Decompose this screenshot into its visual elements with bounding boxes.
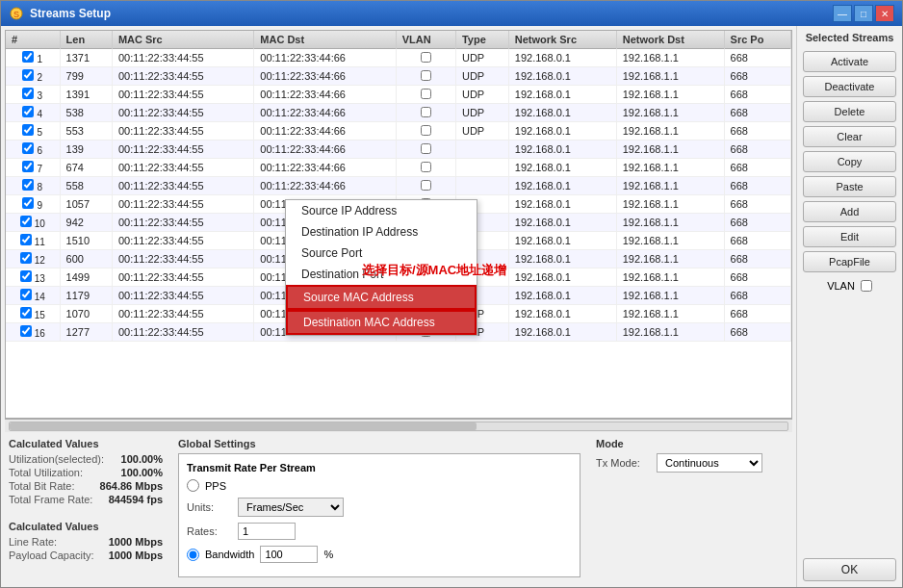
cell-checkbox[interactable]: 15 [6, 305, 60, 323]
ctx-dest-ip[interactable]: Destination IP Address [286, 221, 477, 243]
cell-net-src: 192.168.0.1 [508, 323, 616, 342]
add-button[interactable]: Add [803, 201, 896, 222]
row-checkbox-2[interactable] [22, 88, 34, 99]
row-checkbox-10[interactable] [20, 234, 32, 245]
col-mac-src: MAC Src [112, 31, 253, 49]
cell-net-dst: 192.168.1.1 [616, 122, 724, 141]
cell-net-src: 192.168.0.1 [508, 214, 616, 232]
calc-label-util-sel: Utilization(selected): [9, 453, 104, 465]
bandwidth-radio-row: Bandwidth % [187, 546, 572, 563]
main-window: S Streams Setup — □ ✕ # Len MAC Src [0, 0, 903, 588]
cell-mac-dst: 00:11:22:33:44:66 [254, 159, 396, 177]
ok-button[interactable]: OK [803, 558, 896, 581]
cell-net-dst: 192.168.1.1 [616, 49, 724, 67]
row-checkbox-6[interactable] [22, 161, 34, 172]
cell-net-src: 192.168.0.1 [508, 305, 616, 323]
mode-title: Mode [596, 438, 788, 449]
minimize-button[interactable]: — [833, 5, 852, 22]
units-label: Units: [187, 501, 230, 513]
bandwidth-radio[interactable] [187, 549, 199, 561]
cell-len: 1057 [60, 195, 112, 214]
cell-checkbox[interactable]: 8 [6, 177, 60, 195]
ctx-source-ip[interactable]: Source IP Address [286, 200, 477, 221]
table-row[interactable]: 2 799 00:11:22:33:44:55 00:11:22:33:44:6… [6, 67, 791, 86]
cell-checkbox[interactable]: 7 [6, 159, 60, 177]
calc-label-line-rate: Line Rate: [9, 536, 57, 548]
cell-checkbox[interactable]: 1 [6, 49, 60, 67]
table-row[interactable]: 4 538 00:11:22:33:44:55 00:11:22:33:44:6… [6, 104, 791, 122]
calc-section-1: Calculated Values Utilization(selected):… [9, 438, 163, 577]
cell-type: UDP [455, 122, 508, 141]
rates-input[interactable] [238, 523, 296, 540]
clear-button[interactable]: Clear [803, 126, 896, 147]
cell-checkbox[interactable]: 6 [6, 141, 60, 159]
table-row[interactable]: 1 1371 00:11:22:33:44:55 00:11:22:33:44:… [6, 49, 791, 67]
cell-src-po: 668 [724, 49, 790, 67]
cell-checkbox[interactable]: 11 [6, 232, 60, 250]
horizontal-scrollbar[interactable] [5, 419, 792, 432]
row-checkbox-5[interactable] [22, 142, 34, 154]
vlan-checkbox[interactable] [861, 280, 872, 292]
table-row[interactable]: 5 553 00:11:22:33:44:55 00:11:22:33:44:6… [6, 122, 791, 141]
table-row[interactable]: 7 674 00:11:22:33:44:55 00:11:22:33:44:6… [6, 159, 791, 177]
activate-button[interactable]: Activate [803, 51, 896, 72]
cell-checkbox[interactable]: 3 [6, 86, 60, 104]
streams-table-container[interactable]: # Len MAC Src MAC Dst VLAN Type Network … [5, 30, 792, 419]
cell-vlan [396, 67, 455, 86]
cell-checkbox[interactable]: 10 [6, 214, 60, 232]
calc-label-bit-rate: Total Bit Rate: [9, 480, 74, 492]
tx-mode-select[interactable]: Continuous Burst Single Burst [657, 453, 762, 473]
cell-len: 674 [60, 159, 112, 177]
row-checkbox-13[interactable] [20, 289, 32, 300]
cell-checkbox[interactable]: 12 [6, 250, 60, 268]
cell-len: 538 [60, 104, 112, 122]
pps-radio[interactable] [187, 479, 199, 492]
units-select[interactable]: Frames/Sec [238, 498, 344, 517]
cell-checkbox[interactable]: 5 [6, 122, 60, 141]
deactivate-button[interactable]: Deactivate [803, 76, 896, 97]
ctx-source-port[interactable]: Source Port [286, 243, 477, 264]
maximize-button[interactable]: □ [854, 5, 873, 22]
vlan-label: VLAN [827, 280, 855, 292]
cell-checkbox[interactable]: 2 [6, 67, 60, 86]
copy-button[interactable]: Copy [803, 151, 896, 172]
row-checkbox-11[interactable] [20, 252, 32, 264]
close-button[interactable]: ✕ [875, 5, 894, 22]
calc-row-utilization-selected: Utilization(selected): 100.00% [9, 453, 163, 465]
pcapfile-button[interactable]: PcapFile [803, 251, 896, 272]
cell-checkbox[interactable]: 13 [6, 268, 60, 287]
main-area: # Len MAC Src MAC Dst VLAN Type Network … [1, 26, 796, 587]
row-checkbox-9[interactable] [20, 216, 32, 227]
cell-type: UDP [455, 104, 508, 122]
cell-checkbox[interactable]: 14 [6, 287, 60, 305]
row-checkbox-15[interactable] [20, 325, 32, 337]
bandwidth-input[interactable] [260, 546, 318, 563]
edit-button[interactable]: Edit [803, 226, 896, 247]
cell-checkbox[interactable]: 4 [6, 104, 60, 122]
row-checkbox-3[interactable] [22, 106, 34, 117]
calc-row-total-utilization: Total Utilization: 100.00% [9, 467, 163, 478]
paste-button[interactable]: Paste [803, 176, 896, 197]
row-checkbox-14[interactable] [20, 307, 32, 319]
cell-vlan [396, 159, 455, 177]
delete-button[interactable]: Delete [803, 101, 896, 122]
row-checkbox-4[interactable] [22, 124, 34, 136]
row-checkbox-7[interactable] [22, 179, 34, 191]
calc-label-payload: Payload Capacity: [9, 550, 94, 561]
cell-checkbox[interactable]: 9 [6, 195, 60, 214]
table-row[interactable]: 6 139 00:11:22:33:44:55 00:11:22:33:44:6… [6, 141, 791, 159]
cell-checkbox[interactable]: 16 [6, 323, 60, 342]
cell-type: UDP [455, 67, 508, 86]
ctx-dest-mac[interactable]: Destination MAC Address [286, 310, 477, 335]
cell-len: 553 [60, 122, 112, 141]
ctx-source-mac[interactable]: Source MAC Address [286, 285, 477, 310]
cell-net-dst: 192.168.1.1 [616, 250, 724, 268]
row-checkbox-8[interactable] [22, 197, 34, 209]
row-checkbox-0[interactable] [22, 51, 34, 63]
cell-mac-dst: 00:11:22:33:44:66 [254, 177, 396, 195]
cell-type: UDP [455, 49, 508, 67]
row-checkbox-12[interactable] [20, 270, 32, 282]
row-checkbox-1[interactable] [22, 69, 34, 81]
table-row[interactable]: 8 558 00:11:22:33:44:55 00:11:22:33:44:6… [6, 177, 791, 195]
table-row[interactable]: 3 1391 00:11:22:33:44:55 00:11:22:33:44:… [6, 86, 791, 104]
